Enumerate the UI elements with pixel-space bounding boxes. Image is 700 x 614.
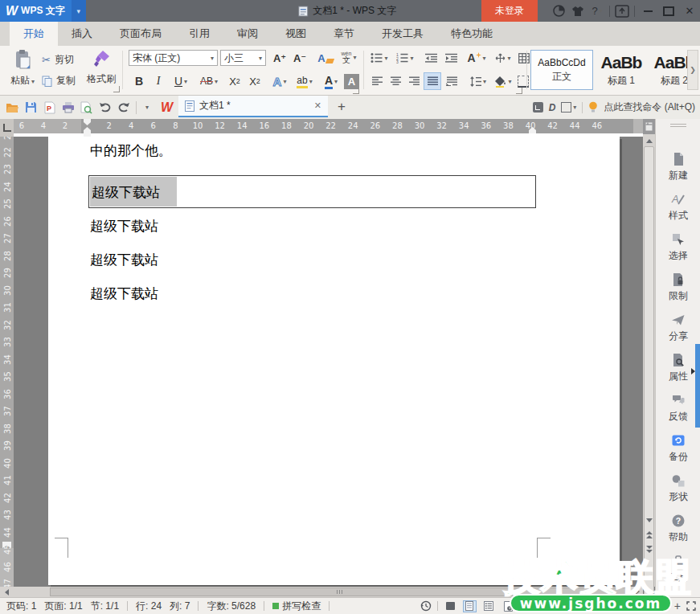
print-preview-button[interactable]: [77, 98, 96, 117]
vertical-scrollbar[interactable]: [643, 119, 655, 587]
document-canvas[interactable]: 中的那个他。 超级下载站 超级下载站超级下载站超级下载站: [14, 137, 643, 587]
paragraph-text[interactable]: 超级下载站: [90, 217, 158, 235]
qat-customize-dropdown[interactable]: ▾: [140, 98, 153, 117]
page[interactable]: 中的那个他。 超级下载站 超级下载站超级下载站超级下载站: [48, 137, 620, 585]
feedback-circle-icon[interactable]: [549, 0, 568, 22]
horizontal-ruler[interactable]: 6422468101214161820222426283032343638404…: [14, 119, 643, 137]
font-size-select[interactable]: 小三▾: [220, 50, 266, 66]
shading-button[interactable]: ▾: [492, 72, 514, 90]
sidebar-collapse-arrow[interactable]: [691, 368, 695, 375]
page-view-button[interactable]: [463, 600, 477, 612]
tab-review[interactable]: 审阅: [223, 22, 272, 46]
paragraph-text[interactable]: 超级下载站: [90, 284, 158, 303]
frame-text[interactable]: 超级下载站: [92, 183, 160, 202]
clear-format-button[interactable]: A: [315, 49, 336, 67]
justify-button[interactable]: [424, 72, 441, 90]
align-left-button[interactable]: [368, 72, 386, 90]
tab-reference[interactable]: 引用: [175, 22, 223, 46]
styles-gallery-expand[interactable]: ❯: [687, 50, 698, 90]
drive-icon[interactable]: D: [549, 102, 556, 113]
sidebar-item-backup[interactable]: 备份: [656, 431, 700, 466]
line-spacing-button[interactable]: ▾: [466, 72, 490, 90]
scroll-left-button[interactable]: [0, 587, 14, 597]
paragraph-dialog-launcher[interactable]: [516, 88, 522, 94]
subscript-button[interactable]: X2: [245, 72, 264, 90]
new-tab-button[interactable]: +: [338, 99, 346, 115]
sidebar-item-feedback[interactable]: 反馈: [656, 391, 700, 426]
style-heading-1[interactable]: AaBb标题 1: [596, 50, 647, 90]
sidebar-item-shapes[interactable]: 形状: [656, 471, 700, 506]
find-command-hint[interactable]: 点此查找命令 (Alt+Q): [604, 100, 695, 114]
status-word-count[interactable]: 字数: 5/628: [207, 600, 256, 613]
pinyin-guide-button[interactable]: wén 文 ▾: [338, 48, 360, 66]
vertical-ruler[interactable]: 2122232425262728293031323334353637383940…: [0, 137, 14, 587]
tab-dev-tools[interactable]: 开发工具: [368, 22, 437, 46]
sidebar-item-restrict[interactable]: 限制: [656, 270, 700, 305]
panel-icon[interactable]: ▾: [561, 102, 576, 113]
login-button[interactable]: 未登录: [481, 0, 538, 22]
sidebar-item-new[interactable]: 新建: [656, 149, 700, 185]
decrease-indent-button[interactable]: [421, 49, 440, 67]
paragraph-text[interactable]: 中的那个他。: [90, 141, 172, 160]
numbering-button[interactable]: 123▾: [393, 49, 417, 67]
close-tab-icon[interactable]: ✕: [314, 100, 321, 111]
spellcheck-status[interactable]: 拼写检查: [272, 600, 321, 613]
align-right-button[interactable]: [405, 72, 423, 90]
tab-section[interactable]: 章节: [320, 22, 368, 46]
font-color-button[interactable]: A▾: [319, 72, 343, 90]
tab-insert[interactable]: 插入: [58, 22, 106, 46]
cut-button[interactable]: ✂ 剪切: [42, 53, 74, 67]
minimize-button[interactable]: [637, 0, 658, 22]
tab-home[interactable]: 开始: [10, 22, 58, 46]
shrink-font-button[interactable]: A⁻: [290, 49, 309, 67]
timer-icon[interactable]: [533, 102, 543, 113]
maximize-button[interactable]: [658, 0, 679, 22]
text-effects-button[interactable]: A▾: [268, 72, 291, 90]
sidebar-scroll-indicator[interactable]: [695, 344, 700, 428]
skin-icon[interactable]: [568, 0, 587, 22]
tab-page-layout[interactable]: 页面布局: [106, 22, 175, 46]
increase-indent-button[interactable]: [441, 49, 461, 67]
save-button[interactable]: [22, 98, 40, 117]
superscript-button[interactable]: X2: [225, 72, 244, 90]
tab-stop-selector[interactable]: [0, 119, 14, 137]
hide-ribbon-icon[interactable]: [612, 0, 632, 22]
fullscreen-view-button[interactable]: [444, 600, 457, 612]
sidebar-item-share[interactable]: 分享: [656, 310, 700, 346]
redo-button[interactable]: [114, 98, 133, 117]
ruler-toggle-button[interactable]: [643, 119, 655, 134]
paste-button[interactable]: 粘贴▾: [6, 49, 39, 92]
copy-button[interactable]: 复制: [42, 74, 76, 88]
sidebar-item-select[interactable]: 选择: [656, 230, 700, 265]
align-center-button[interactable]: [387, 72, 404, 90]
bullets-button[interactable]: ▾: [368, 49, 391, 67]
italic-button[interactable]: I: [149, 72, 167, 90]
scroll-up-button[interactable]: [643, 135, 655, 146]
highlight-button[interactable]: ab▾: [292, 72, 317, 90]
tab-view[interactable]: 视图: [272, 22, 320, 46]
grow-font-button[interactable]: A⁺: [270, 49, 289, 67]
style-normal[interactable]: AaBbCcDd正文: [530, 50, 593, 90]
text-tools-button[interactable]: A ▾: [465, 49, 489, 67]
document-tab[interactable]: 文档1 * ✕: [178, 96, 328, 117]
underline-button[interactable]: U▾: [169, 72, 193, 90]
font-family-select[interactable]: 宋体 (正文)▾: [129, 50, 218, 66]
font-dialog-launcher[interactable]: [353, 88, 359, 94]
scroll-down-button[interactable]: [643, 514, 655, 526]
sidebar-item-styles[interactable]: A样式: [656, 190, 700, 225]
wps-menu-button[interactable]: W WPS 文字: [0, 0, 72, 22]
tab-special-features[interactable]: 特色功能: [437, 22, 506, 46]
print-button[interactable]: [59, 98, 77, 117]
strikethrough-button[interactable]: AB▾: [195, 72, 223, 90]
wps-menu-dropdown[interactable]: ▾: [72, 0, 86, 22]
undo-button[interactable]: [96, 98, 114, 117]
sidebar-drag-handle[interactable]: [670, 124, 686, 125]
clipboard-dialog-launcher[interactable]: [113, 86, 120, 92]
export-pdf-button[interactable]: P: [40, 98, 59, 117]
paragraph-layout-button[interactable]: ▾: [492, 49, 514, 67]
sidebar-item-help[interactable]: ?帮助: [656, 511, 700, 546]
close-button[interactable]: ✕: [679, 0, 700, 22]
open-button[interactable]: [3, 98, 22, 117]
distribute-button[interactable]: [442, 72, 461, 90]
paragraph-text[interactable]: 超级下载站: [90, 251, 158, 269]
